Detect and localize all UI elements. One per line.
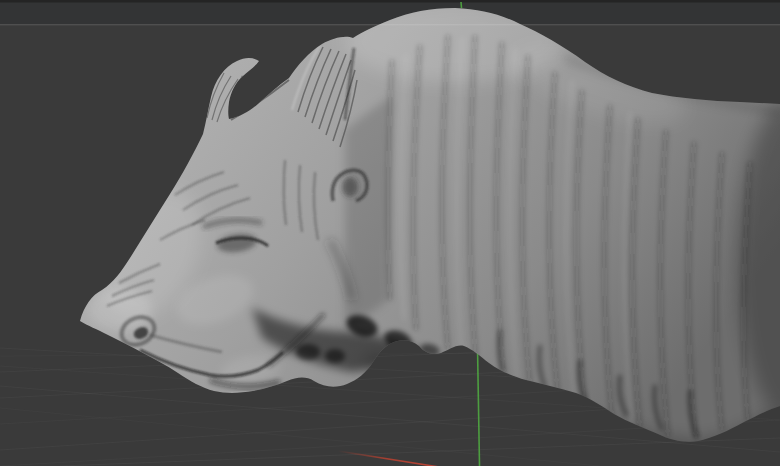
viewport-canvas[interactable]: [0, 0, 780, 466]
window-top-edge: [0, 0, 780, 3]
y-axis-line-top: [461, 2, 462, 8]
canvas-divider-line: [0, 24, 780, 25]
sculpt-viewport[interactable]: [0, 0, 780, 466]
